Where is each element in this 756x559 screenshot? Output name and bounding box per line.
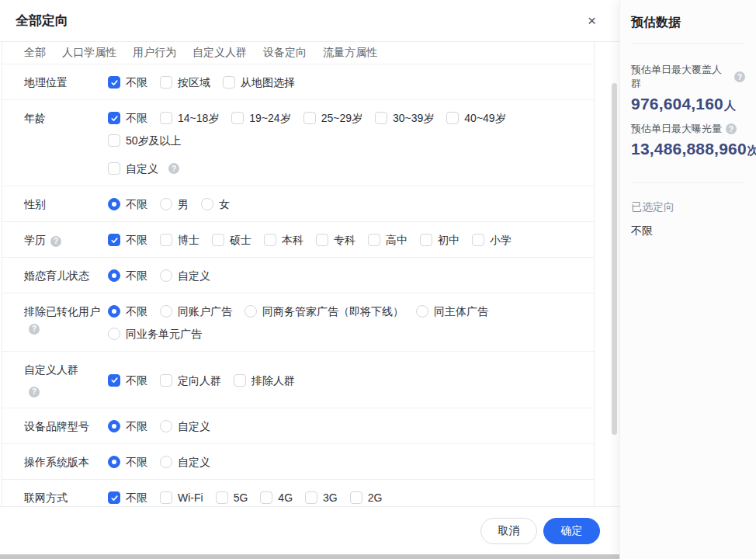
checkbox-checked-icon[interactable] [108, 234, 120, 246]
exclude-converted-option[interactable]: 不限 [108, 303, 147, 320]
checkbox-icon[interactable] [160, 374, 172, 387]
custom-audience-option[interactable]: 定向人群 [160, 372, 221, 389]
radio-checked-icon[interactable] [108, 420, 120, 432]
checkbox-icon[interactable] [375, 112, 387, 124]
radio-icon[interactable] [160, 305, 172, 318]
age-option[interactable]: 25~29岁 [303, 109, 362, 127]
help-icon[interactable]: ? [726, 123, 737, 134]
checkbox-icon[interactable] [472, 234, 484, 246]
geo-option[interactable]: 从地图选择 [223, 74, 295, 91]
device-brand-option[interactable]: 不限 [108, 418, 147, 435]
help-icon[interactable]: ? [50, 236, 61, 247]
checkbox-icon[interactable] [260, 491, 272, 504]
help-icon[interactable]: ? [168, 163, 179, 174]
network-option[interactable]: 2G [350, 489, 383, 506]
geo-option[interactable]: 不限 [108, 74, 147, 91]
checkbox-icon[interactable] [316, 234, 328, 246]
network-option[interactable]: Wi-Fi [160, 489, 203, 506]
checkbox-checked-icon[interactable] [108, 76, 120, 89]
tab-3[interactable]: 自定义人群 [192, 46, 247, 60]
checkbox-checked-icon[interactable] [108, 374, 120, 387]
checkbox-checked-icon[interactable] [108, 491, 120, 504]
checkbox-icon[interactable] [160, 76, 172, 89]
education-option[interactable]: 专科 [316, 231, 355, 248]
custom-audience-option[interactable]: 排除人群 [234, 372, 295, 389]
network-option[interactable]: 4G [260, 489, 293, 506]
radio-icon[interactable] [160, 420, 172, 432]
checkbox-icon[interactable] [305, 491, 317, 504]
radio-icon[interactable] [108, 328, 120, 340]
checkbox-icon[interactable] [264, 234, 276, 246]
checkbox-icon[interactable] [223, 76, 235, 89]
radio-checked-icon[interactable] [108, 269, 120, 282]
radio-icon[interactable] [160, 198, 172, 210]
checkbox-icon[interactable] [108, 134, 120, 147]
age-option[interactable]: 19~24岁 [231, 109, 290, 127]
exclude-converted-option[interactable]: 同账户广告 [160, 303, 232, 320]
tab-4[interactable]: 设备定向 [263, 46, 307, 60]
help-icon[interactable]: ? [734, 71, 745, 82]
age-option[interactable]: 不限 [108, 109, 147, 127]
gender-option[interactable]: 男 [160, 196, 189, 213]
checkbox-icon[interactable] [350, 491, 362, 504]
network-option[interactable]: 不限 [108, 489, 147, 506]
scrollbar-thumb[interactable] [612, 83, 617, 435]
geo-option[interactable]: 按区域 [160, 74, 210, 91]
tab-0[interactable]: 全部 [24, 46, 46, 60]
marital-option[interactable]: 不限 [108, 267, 147, 284]
exclude-converted-option[interactable]: 同业务单元广告 [108, 325, 202, 342]
radio-checked-icon[interactable] [108, 305, 120, 318]
education-option[interactable]: 小学 [472, 231, 512, 248]
radio-icon[interactable] [416, 305, 428, 318]
age-option[interactable]: 30~39岁 [375, 109, 434, 127]
education-option[interactable]: 高中 [368, 231, 407, 248]
checkbox-checked-icon[interactable] [108, 112, 120, 124]
network-option[interactable]: 3G [305, 489, 338, 506]
radio-icon[interactable] [201, 198, 213, 210]
checkbox-icon[interactable] [160, 234, 172, 246]
age-option[interactable]: 自定义? [108, 160, 179, 177]
age-option[interactable]: 50岁及以上 [108, 132, 182, 149]
network-option[interactable]: 5G [216, 489, 248, 506]
help-icon[interactable]: ? [29, 387, 40, 398]
exclude-converted-option[interactable]: 同商务管家广告（即将下线） [244, 303, 404, 320]
education-option[interactable]: 不限 [108, 231, 147, 248]
age-option[interactable]: 40~49岁 [446, 109, 505, 127]
gender-option[interactable]: 不限 [108, 196, 147, 213]
checkbox-icon[interactable] [420, 234, 432, 246]
age-option[interactable]: 14~18岁 [160, 109, 219, 127]
close-icon[interactable]: × [583, 12, 601, 30]
education-option[interactable]: 本科 [264, 231, 303, 248]
tab-5[interactable]: 流量方属性 [323, 46, 377, 60]
tab-1[interactable]: 人口学属性 [62, 46, 116, 60]
help-icon[interactable]: ? [29, 324, 40, 335]
radio-icon[interactable] [244, 305, 257, 318]
custom-audience-option[interactable]: 不限 [108, 372, 147, 389]
checkbox-icon[interactable] [160, 112, 172, 124]
education-option[interactable]: 博士 [160, 231, 199, 248]
radio-checked-icon[interactable] [108, 456, 120, 468]
education-option[interactable]: 硕士 [212, 231, 251, 248]
gender-option[interactable]: 女 [201, 196, 230, 213]
checkbox-icon[interactable] [216, 491, 228, 504]
radio-icon[interactable] [160, 456, 172, 468]
os-version-option[interactable]: 不限 [108, 453, 147, 470]
education-option[interactable]: 初中 [420, 231, 459, 248]
checkbox-icon[interactable] [446, 112, 459, 124]
checkbox-icon[interactable] [108, 162, 120, 175]
radio-icon[interactable] [160, 269, 172, 282]
checkbox-icon[interactable] [231, 112, 244, 124]
confirm-button[interactable]: 确定 [543, 518, 600, 544]
marital-option[interactable]: 自定义 [160, 267, 210, 284]
exclude-converted-option[interactable]: 同主体广告 [416, 303, 488, 320]
checkbox-icon[interactable] [368, 234, 380, 246]
device-brand-option[interactable]: 自定义 [160, 418, 210, 435]
checkbox-icon[interactable] [212, 234, 224, 246]
tab-2[interactable]: 用户行为 [133, 46, 176, 60]
os-version-option[interactable]: 自定义 [160, 453, 210, 470]
radio-checked-icon[interactable] [108, 198, 120, 210]
checkbox-icon[interactable] [234, 374, 246, 387]
checkbox-icon[interactable] [160, 491, 172, 504]
cancel-button[interactable]: 取消 [480, 518, 537, 544]
checkbox-icon[interactable] [303, 112, 316, 124]
